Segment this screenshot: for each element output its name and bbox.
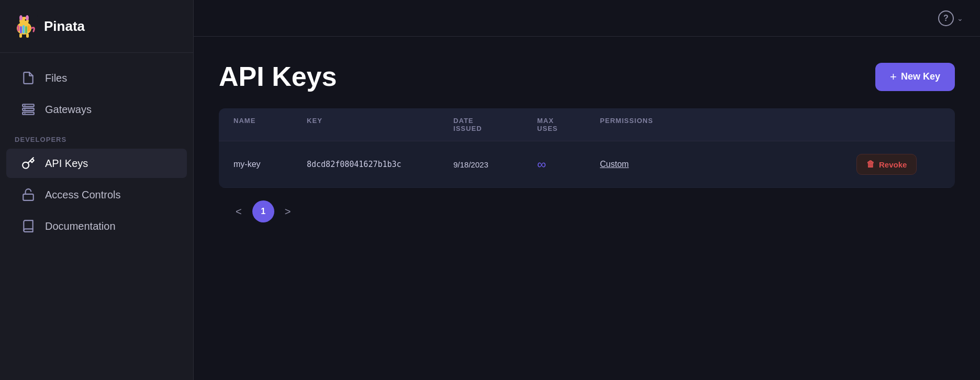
svg-rect-11 (19, 33, 22, 38)
access-controls-label: Access Controls (45, 189, 121, 201)
svg-rect-20 (23, 194, 34, 200)
book-icon (21, 219, 36, 233)
chevron-down-icon: ⌄ (957, 14, 963, 23)
col-date: DATEISSUED (453, 117, 537, 132)
cell-action: 🗑 Revoke (856, 154, 940, 175)
prev-page-button[interactable]: < (231, 204, 246, 220)
revoke-label: Revoke (879, 160, 907, 169)
topbar: ? ⌄ (194, 0, 980, 37)
gateways-label: Gateways (45, 104, 92, 116)
page-title: API Keys (219, 62, 337, 92)
svg-rect-9 (25, 26, 27, 33)
pagination: < 1 > (219, 188, 955, 227)
help-button[interactable]: ? ⌄ (938, 10, 963, 26)
infinity-icon: ∞ (537, 157, 546, 171)
col-max-uses: MAXUSES (537, 117, 600, 132)
svg-point-5 (26, 15, 29, 20)
col-name: NAME (233, 117, 307, 132)
next-page-button[interactable]: > (281, 204, 295, 220)
sidebar-item-documentation[interactable]: Documentation (6, 211, 187, 241)
api-keys-label: API Keys (45, 158, 88, 170)
key-icon (21, 156, 36, 171)
col-permissions: PERMISSIONS (600, 117, 856, 132)
svg-rect-10 (28, 25, 30, 31)
svg-rect-7 (20, 26, 22, 33)
sidebar-item-files[interactable]: Files (6, 63, 187, 93)
svg-rect-12 (26, 33, 29, 38)
documentation-label: Documentation (45, 220, 116, 232)
svg-rect-6 (17, 25, 19, 31)
revoke-button[interactable]: 🗑 Revoke (856, 154, 917, 175)
gateways-icon (21, 102, 36, 117)
trash-icon: 🗑 (866, 160, 875, 169)
new-key-button[interactable]: + New Key (875, 63, 955, 91)
sidebar-header: Pinata (0, 0, 193, 53)
main-content: ? ⌄ API Keys + New Key NAME KEY DATEISSU… (194, 0, 980, 380)
plus-icon: + (890, 70, 897, 84)
svg-rect-8 (23, 25, 25, 33)
table-header: NAME KEY DATEISSUED MAXUSES PERMISSIONS (219, 108, 955, 141)
sidebar: Pinata Files (0, 0, 194, 380)
pinata-logo (10, 13, 38, 40)
file-icon (21, 71, 36, 85)
cell-key: 8dcd82f08041627b1b3c (307, 160, 453, 169)
lock-icon (21, 187, 36, 202)
page-content: API Keys + New Key NAME KEY DATEISSUED M… (194, 37, 980, 380)
cell-max-uses: ∞ (537, 157, 600, 172)
api-keys-table: NAME KEY DATEISSUED MAXUSES PERMISSIONS … (219, 108, 955, 188)
current-page[interactable]: 1 (252, 200, 274, 222)
sidebar-item-gateways[interactable]: Gateways (6, 95, 187, 124)
sidebar-nav: Files Gateways DEVELOPERS (0, 53, 193, 251)
cell-name: my-key (233, 160, 307, 169)
developers-section-label: DEVELOPERS (0, 126, 193, 147)
page-header: API Keys + New Key (219, 62, 955, 92)
new-key-label: New Key (901, 71, 940, 82)
cell-permissions[interactable]: Custom (600, 160, 856, 169)
help-icon: ? (938, 10, 954, 26)
table-row: my-key 8dcd82f08041627b1b3c 9/18/2023 ∞ … (219, 141, 955, 188)
brand-name: Pinata (44, 18, 85, 35)
sidebar-item-access-controls[interactable]: Access Controls (6, 180, 187, 209)
sidebar-item-api-keys[interactable]: API Keys (6, 149, 187, 178)
svg-point-4 (19, 15, 23, 20)
col-key: KEY (307, 117, 453, 132)
cell-date: 9/18/2023 (453, 160, 537, 169)
files-label: Files (45, 72, 67, 84)
col-actions (856, 117, 940, 132)
